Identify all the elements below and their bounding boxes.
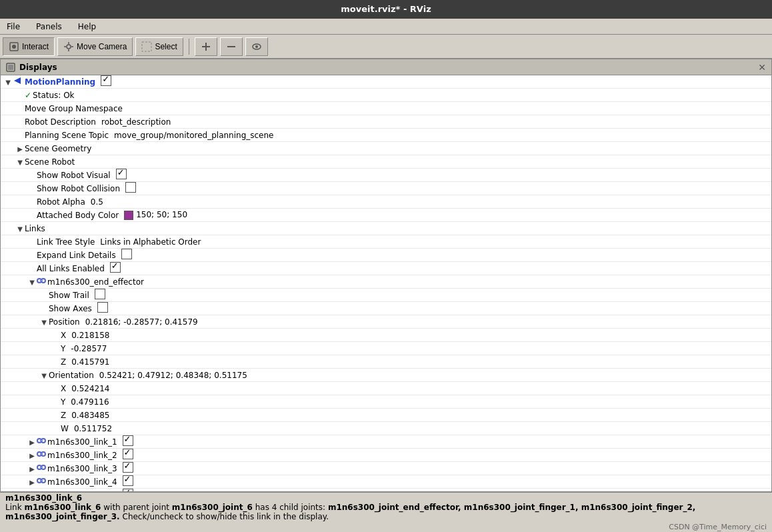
tree-row[interactable]: X0.218158 <box>1 329 771 342</box>
tree-text-value: Links in Alphabetic Order <box>100 237 201 247</box>
tree-row[interactable]: ▶m1n6s300_link_2 <box>1 449 771 462</box>
tree-label-text: Y <box>61 397 65 407</box>
tree-row[interactable]: W0.511752 <box>1 422 771 435</box>
tree-row[interactable]: Z0.483485 <box>1 409 771 422</box>
tree-text-value: 0.479116 <box>71 397 109 407</box>
tree-value-cell: -0.28577 <box>65 344 252 353</box>
tree-row[interactable]: ▼Position0.21816; -0.28577; 0.41579 <box>1 315 771 329</box>
tree-row[interactable]: Show Robot Visual <box>1 169 771 182</box>
expand-arrow[interactable]: ▼ <box>3 79 13 86</box>
tree-checkbox[interactable] <box>95 289 105 299</box>
tree-label-text: Attached Body Color <box>37 211 119 220</box>
expand-arrow[interactable]: ▶ <box>27 479 37 486</box>
tree-value-cell[interactable] <box>117 475 304 488</box>
tree-row[interactable]: Y0.479116 <box>1 395 771 409</box>
interact-button[interactable]: Interact <box>3 37 55 56</box>
svg-point-2 <box>67 45 71 49</box>
tree-checkbox[interactable] <box>123 449 133 459</box>
tree-row[interactable]: ▶Scene Geometry <box>1 142 771 155</box>
color-value: 150; 50; 150 <box>136 210 187 219</box>
tree-row[interactable]: Robot Descriptionrobot_description <box>1 115 771 129</box>
menu-help[interactable]: Help <box>74 21 100 33</box>
tree-text-value: 0.483485 <box>71 411 109 420</box>
tree-row[interactable]: All Links Enabled <box>1 262 771 275</box>
tree-row[interactable]: ▶m1n6s300_link_3 <box>1 462 771 475</box>
tree-value-cell[interactable] <box>117 449 304 461</box>
tree-value-cell[interactable] <box>116 249 303 261</box>
tree-value-cell: 0.21816; -0.28577; 0.41579 <box>80 317 267 327</box>
tree-value-cell[interactable] <box>117 489 304 491</box>
tree-row[interactable]: Show Robot Collision <box>1 182 771 195</box>
status-joint: m1n6s300_joint_6 <box>172 503 253 512</box>
menu-file[interactable]: File <box>3 21 24 33</box>
tree-value-cell: robot_description <box>96 117 283 127</box>
tree-value-cell[interactable] <box>95 75 282 88</box>
tree-value-cell: 0.415791 <box>66 357 253 367</box>
tree-label-text: Expand Link Details <box>37 251 116 260</box>
minus-button[interactable] <box>220 37 243 56</box>
tree-checkbox[interactable] <box>123 475 133 486</box>
tree-value-cell[interactable] <box>120 182 307 195</box>
tree-checkbox[interactable] <box>125 182 136 193</box>
expand-arrow[interactable]: ▶ <box>15 145 25 153</box>
tree-label-text: X <box>61 331 66 340</box>
expand-arrow[interactable]: ▼ <box>39 372 49 379</box>
expand-arrow[interactable]: ▶ <box>27 465 37 473</box>
tree-value-cell[interactable] <box>111 169 297 181</box>
displays-panel: Displays ✕ ▼MotionPlanning ✓Status: Ok M… <box>0 59 772 492</box>
tree-row[interactable]: ✓Status: Ok <box>1 89 771 102</box>
add-button[interactable] <box>195 37 217 56</box>
tree-value-cell[interactable] <box>117 462 304 475</box>
tree-checkbox[interactable] <box>110 262 121 273</box>
tree-row[interactable]: ▼Orientation0.52421; 0.47912; 0.48348; 0… <box>1 369 771 382</box>
tree-checkbox[interactable] <box>123 435 133 446</box>
expand-arrow[interactable]: ▶ <box>27 452 37 459</box>
tree-row[interactable]: Planning Scene Topicmove_group/monitored… <box>1 129 771 142</box>
tree-row[interactable]: Show Trail <box>1 289 771 302</box>
tree-row[interactable]: X0.524214 <box>1 382 771 395</box>
tree-row[interactable]: ▼Scene Robot <box>1 155 771 169</box>
tree-row[interactable]: ▶m1n6s300_link_4 <box>1 475 771 489</box>
tree-row[interactable]: ▶m1n6s300_link_5 <box>1 489 771 491</box>
tree-value-cell: 0.479116 <box>65 397 252 407</box>
tree-row[interactable]: ▼m1n6s300_end_effector <box>1 275 771 289</box>
tree-checkbox[interactable] <box>101 75 111 86</box>
tree-row[interactable]: Attached Body Color150; 50; 150 <box>1 209 771 222</box>
tree-row[interactable]: ▶m1n6s300_link_1 <box>1 435 771 449</box>
tree-row[interactable]: Z0.415791 <box>1 355 771 369</box>
tree-value-cell[interactable] <box>117 435 304 448</box>
tree-row[interactable]: Show Axes <box>1 302 771 315</box>
tree-label-text: Orientation <box>49 371 94 380</box>
toolbar-separator-1 <box>189 39 189 55</box>
tree-checkbox[interactable] <box>123 462 133 473</box>
tree-row[interactable]: Robot Alpha0.5 <box>1 195 771 209</box>
move-camera-button[interactable]: Move Camera <box>57 37 133 56</box>
tree-row[interactable]: Move Group Namespace <box>1 102 771 115</box>
displays-close-button[interactable]: ✕ <box>758 62 766 73</box>
expand-arrow[interactable]: ▼ <box>39 319 49 326</box>
tree-row[interactable]: ▼Links <box>1 222 771 235</box>
expand-arrow[interactable]: ▼ <box>27 279 37 286</box>
status-line2: Link m1n6s300_link_6 with parent joint m… <box>5 503 767 512</box>
tree-row[interactable]: Link Tree StyleLinks in Alphabetic Order <box>1 235 771 249</box>
expand-arrow[interactable]: ▶ <box>27 439 37 446</box>
tree-checkbox[interactable] <box>121 249 132 259</box>
tree-checkbox[interactable] <box>97 302 108 313</box>
tree-checkbox[interactable] <box>116 169 127 179</box>
select-button[interactable]: Select <box>135 37 183 56</box>
expand-arrow[interactable]: ▼ <box>15 225 25 233</box>
tree-value-cell[interactable] <box>89 289 276 301</box>
tree-row[interactable]: ▼MotionPlanning <box>1 75 771 89</box>
move-camera-label: Move Camera <box>77 42 127 51</box>
menu-panels[interactable]: Panels <box>32 21 66 33</box>
tree-label-text: m1n6s300_link_3 <box>47 464 117 473</box>
tree-row[interactable]: Y-0.28577 <box>1 342 771 355</box>
tree-value-cell[interactable] <box>105 262 291 275</box>
tree-value-cell[interactable] <box>92 302 279 315</box>
displays-content[interactable]: ▼MotionPlanning ✓Status: Ok Move Group N… <box>1 75 771 491</box>
eye-button[interactable] <box>245 37 268 56</box>
tree-label-text: MotionPlanning <box>25 77 95 87</box>
tree-row[interactable]: Expand Link Details <box>1 249 771 262</box>
tree-checkbox[interactable] <box>123 489 133 491</box>
expand-arrow[interactable]: ▼ <box>15 159 25 166</box>
